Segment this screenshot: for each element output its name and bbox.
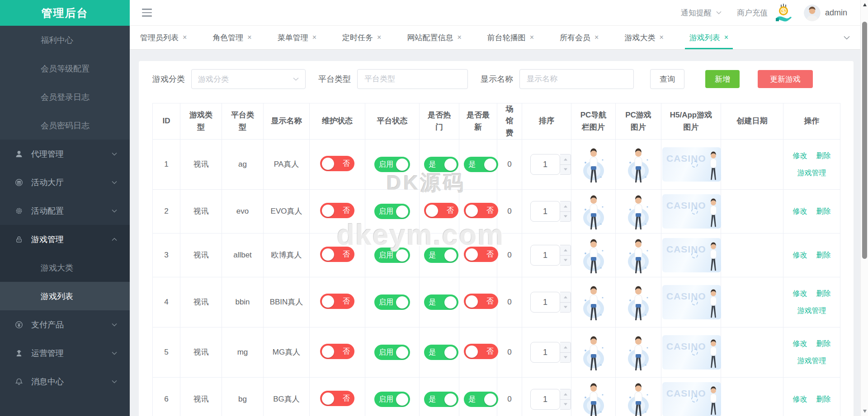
- sidebar-subitem[interactable]: 福利中心: [0, 26, 130, 54]
- sort-increase-button[interactable]: [560, 245, 571, 256]
- sort-input[interactable]: 1: [530, 292, 560, 313]
- sort-decrease-button[interactable]: [560, 256, 571, 266]
- sort-decrease-button[interactable]: [560, 212, 571, 222]
- delete-link[interactable]: 删除: [816, 206, 831, 217]
- sidebar-item[interactable]: 消息中心: [0, 367, 130, 396]
- sort-increase-button[interactable]: [560, 342, 571, 353]
- coin-hand-icon[interactable]: $: [775, 3, 795, 22]
- tab-item[interactable]: 前台轮播图×: [483, 26, 538, 49]
- name-filter-input[interactable]: [519, 69, 634, 89]
- sort-increase-button[interactable]: [560, 201, 571, 212]
- sidebar-subitem[interactable]: 游戏大类: [0, 253, 130, 282]
- sidebar-item[interactable]: 代理管理: [0, 140, 130, 168]
- tab-close-icon[interactable]: ×: [247, 33, 251, 42]
- tabs-dropdown-chevron-icon[interactable]: [844, 26, 850, 49]
- scrollbar-thumb[interactable]: [862, 22, 867, 259]
- scroll-up-arrow[interactable]: [861, 1, 868, 9]
- newest-toggle[interactable]: 是: [464, 157, 498, 172]
- platform-filter-input[interactable]: [357, 69, 468, 89]
- page-scrollbar[interactable]: [860, 0, 868, 416]
- game-manage-link[interactable]: 游戏管理: [797, 168, 826, 178]
- newest-toggle[interactable]: 否: [464, 294, 498, 309]
- edit-link[interactable]: 修改: [793, 394, 807, 405]
- sort-input[interactable]: 1: [530, 201, 560, 222]
- delete-link[interactable]: 删除: [816, 250, 831, 261]
- sort-decrease-button[interactable]: [560, 400, 571, 410]
- maintain-toggle[interactable]: 否: [320, 391, 354, 406]
- tab-close-icon[interactable]: ×: [724, 33, 728, 42]
- sort-increase-button[interactable]: [560, 154, 571, 165]
- add-button[interactable]: 新增: [705, 70, 740, 88]
- platform-status-toggle[interactable]: 启用: [374, 157, 410, 172]
- newest-toggle[interactable]: 否: [464, 247, 498, 262]
- edit-link[interactable]: 修改: [793, 206, 807, 217]
- tab-item[interactable]: 网站配置信息×: [402, 26, 466, 49]
- sidebar-subitem[interactable]: 会员登录日志: [0, 83, 130, 111]
- platform-status-toggle[interactable]: 启用: [374, 345, 410, 360]
- hot-toggle[interactable]: 是: [424, 294, 458, 310]
- edit-link[interactable]: 修改: [793, 150, 807, 161]
- tab-item[interactable]: 管理员列表×: [136, 26, 191, 49]
- tab-close-icon[interactable]: ×: [457, 33, 461, 42]
- hot-toggle[interactable]: 否: [424, 203, 458, 218]
- platform-status-toggle[interactable]: 启用: [374, 248, 410, 263]
- tab-item[interactable]: 游戏大类×: [620, 26, 668, 49]
- maintain-toggle[interactable]: 否: [320, 344, 354, 359]
- tab-item[interactable]: 游戏列表×: [685, 26, 733, 49]
- newest-toggle[interactable]: 否: [464, 344, 498, 359]
- sort-decrease-button[interactable]: [560, 353, 571, 363]
- sidebar-item[interactable]: 支付产品: [0, 310, 130, 339]
- maintain-toggle[interactable]: 否: [320, 294, 354, 309]
- tab-close-icon[interactable]: ×: [530, 33, 534, 42]
- tab-close-icon[interactable]: ×: [183, 33, 187, 42]
- newest-toggle[interactable]: 否: [464, 203, 498, 218]
- tab-close-icon[interactable]: ×: [659, 33, 663, 42]
- tab-item[interactable]: 角色管理×: [208, 26, 256, 49]
- sidebar-item[interactable]: 游戏管理: [0, 225, 130, 253]
- sort-decrease-button[interactable]: [560, 165, 571, 175]
- sidebar-item[interactable]: 活动大厅: [0, 168, 130, 196]
- sort-decrease-button[interactable]: [560, 303, 571, 313]
- category-select[interactable]: 游戏分类: [191, 69, 306, 89]
- game-manage-link[interactable]: 游戏管理: [797, 305, 826, 316]
- sidebar-subitem[interactable]: 会员密码日志: [0, 111, 130, 140]
- sort-input[interactable]: 1: [530, 154, 560, 175]
- notice-dropdown[interactable]: 通知提醒: [681, 8, 712, 18]
- tab-close-icon[interactable]: ×: [594, 33, 599, 42]
- sort-input[interactable]: 1: [530, 389, 560, 410]
- newest-toggle[interactable]: 是: [464, 392, 498, 407]
- hamburger-menu-icon[interactable]: [142, 9, 152, 17]
- sidebar-subitem[interactable]: 游戏列表: [0, 282, 130, 310]
- avatar[interactable]: [804, 5, 821, 21]
- sort-increase-button[interactable]: [560, 292, 571, 303]
- hot-toggle[interactable]: 是: [424, 157, 458, 172]
- tab-close-icon[interactable]: ×: [377, 33, 381, 42]
- update-games-button[interactable]: 更新游戏: [758, 70, 813, 88]
- tab-item[interactable]: 所有会员×: [555, 26, 603, 49]
- sort-input[interactable]: 1: [530, 245, 560, 266]
- platform-status-toggle[interactable]: 启用: [374, 204, 410, 219]
- scroll-down-arrow[interactable]: [861, 407, 868, 415]
- game-manage-link[interactable]: 游戏管理: [797, 355, 826, 366]
- platform-status-toggle[interactable]: 启用: [374, 392, 410, 407]
- hot-toggle[interactable]: 是: [424, 392, 458, 407]
- tab-item[interactable]: 定时任务×: [338, 26, 386, 49]
- merchant-recharge-link[interactable]: 商户充值: [737, 8, 768, 18]
- hot-toggle[interactable]: 是: [424, 345, 458, 360]
- delete-link[interactable]: 删除: [816, 288, 831, 299]
- tab-close-icon[interactable]: ×: [312, 33, 316, 42]
- sort-increase-button[interactable]: [560, 389, 571, 400]
- maintain-toggle[interactable]: 否: [320, 247, 354, 262]
- sidebar-item[interactable]: 运营管理: [0, 339, 130, 367]
- sidebar-subitem[interactable]: 会员等级配置: [0, 54, 130, 83]
- edit-link[interactable]: 修改: [793, 338, 807, 349]
- edit-link[interactable]: 修改: [793, 250, 807, 261]
- maintain-toggle[interactable]: 否: [320, 203, 354, 218]
- delete-link[interactable]: 删除: [816, 394, 831, 405]
- sidebar-item[interactable]: 活动配置: [0, 196, 130, 225]
- delete-link[interactable]: 删除: [816, 150, 831, 161]
- hot-toggle[interactable]: 是: [424, 248, 458, 263]
- username[interactable]: admin: [825, 8, 847, 18]
- maintain-toggle[interactable]: 否: [320, 156, 354, 171]
- edit-link[interactable]: 修改: [793, 288, 807, 299]
